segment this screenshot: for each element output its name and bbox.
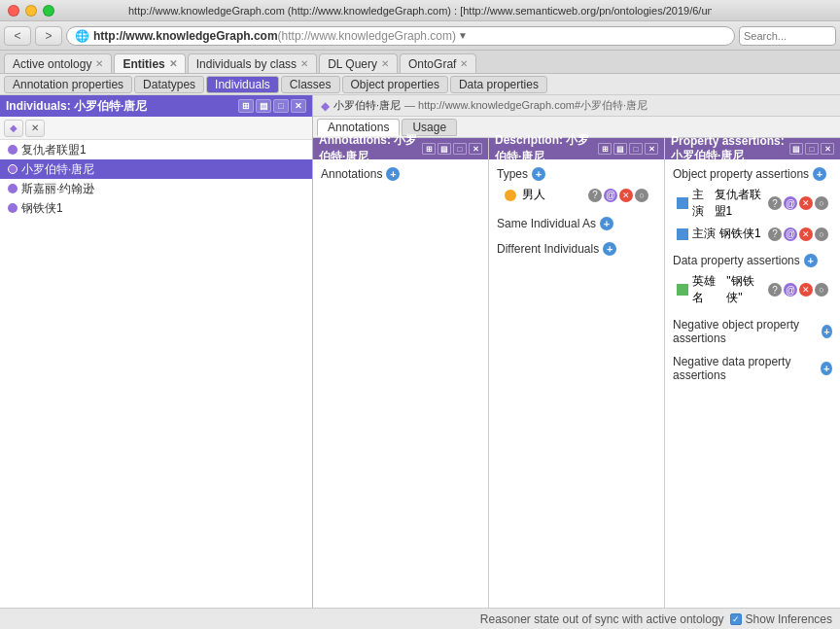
right-header: ◆ 小罗伯特·唐尼 — http://www.knowledgeGraph.co… <box>313 95 840 117</box>
back-button[interactable]: < <box>4 26 31 46</box>
add-negative-object-button[interactable]: + <box>822 325 832 338</box>
tab-ontograf[interactable]: OntoGraf ✕ <box>400 53 476 73</box>
individual-icon <box>8 164 18 174</box>
type-remove-button[interactable]: ✕ <box>619 189 633 202</box>
individuals-list: 复仇者联盟1 小罗伯特·唐尼 斯嘉丽·约翰逊 钢铁侠1 <box>0 140 312 608</box>
types-title: Types + <box>497 167 656 181</box>
list-item[interactable]: 斯嘉丽·约翰逊 <box>0 179 312 198</box>
tab-close-icon[interactable]: ✕ <box>381 58 389 69</box>
desc-icon-3[interactable]: □ <box>629 143 643 155</box>
tab-close-icon[interactable]: ✕ <box>169 58 177 69</box>
remove-individual-button[interactable]: ✕ <box>25 120 45 137</box>
subtab-object-properties[interactable]: Object properties <box>342 76 448 93</box>
description-body: Types + 男人 ? @ ✕ ○ <box>489 159 664 608</box>
ann-icon-1[interactable]: ⊞ <box>422 143 436 155</box>
right-panel: ◆ 小罗伯特·唐尼 — http://www.knowledgeGraph.co… <box>313 95 840 608</box>
individuals-title: Individuals: 小罗伯特·唐尼 <box>6 98 147 115</box>
add-different-individual-button[interactable]: + <box>603 242 616 256</box>
obj-prop-info-button[interactable]: ? <box>768 227 782 241</box>
close-button[interactable] <box>8 5 19 17</box>
annotations-header: Annotations: 小罗伯特·唐尼 ⊞ ▤ □ ✕ <box>313 138 488 159</box>
globe-icon: 🌐 <box>75 29 89 43</box>
subtabs-row: Annotation properties Datatypes Individu… <box>0 74 840 95</box>
annotations-panel: Annotations: 小罗伯特·唐尼 ⊞ ▤ □ ✕ Annotations… <box>313 138 489 608</box>
individual-icon <box>8 203 18 213</box>
main-content: Individuals: 小罗伯特·唐尼 ⊞ ▤ □ ✕ ◆ ✕ 复仇者联盟1 … <box>0 95 840 608</box>
add-individual-button[interactable]: ◆ <box>4 120 23 137</box>
subtab-annotation-properties[interactable]: Annotation properties <box>4 76 132 93</box>
desc-icon-4[interactable]: ✕ <box>645 143 658 155</box>
obj-prop-at-button[interactable]: @ <box>784 227 797 241</box>
data-prop-info-button[interactable]: ? <box>768 283 782 297</box>
show-inferences[interactable]: ✓ Show Inferences <box>730 612 832 626</box>
prop-icon-2[interactable]: □ <box>805 143 819 155</box>
add-negative-data-button[interactable]: + <box>821 362 832 375</box>
address-dropdown-icon[interactable]: ▼ <box>458 30 468 41</box>
address-url-bold: http://www.knowledgeGraph.com <box>93 29 278 43</box>
individual-icon <box>8 184 18 193</box>
tabs-row: Active ontology ✕ Entities ✕ Individuals… <box>0 51 840 74</box>
type-at-button[interactable]: @ <box>604 189 617 202</box>
tab-close-icon[interactable]: ✕ <box>460 58 468 69</box>
subtab-classes[interactable]: Classes <box>281 76 340 93</box>
obj-prop-more-button[interactable]: ○ <box>815 196 828 210</box>
desc-icon-2[interactable]: ▤ <box>613 143 627 155</box>
ann-icon-3[interactable]: □ <box>453 143 467 155</box>
prop-icon-1[interactable]: ▤ <box>789 143 803 155</box>
data-prop-remove-button[interactable]: ✕ <box>799 283 813 297</box>
header-icon-3[interactable]: □ <box>273 99 289 113</box>
type-more-button[interactable]: ○ <box>635 189 648 202</box>
add-data-property-button[interactable]: + <box>804 254 818 267</box>
add-object-property-button[interactable]: + <box>813 167 826 181</box>
list-item[interactable]: 复仇者联盟1 <box>0 140 312 159</box>
add-type-button[interactable]: + <box>532 167 545 181</box>
obj-prop-value: 复仇者联盟1 <box>715 187 764 220</box>
property-assertions-header: Property assertions: 小罗伯特·唐尼 ▤ □ ✕ <box>665 138 840 159</box>
data-prop-value: "钢铁侠" <box>726 273 764 306</box>
address-bar[interactable]: 🌐 http://www.knowledgeGraph.com (http://… <box>66 26 735 46</box>
statusbar: Reasoner state out of sync with active o… <box>0 608 840 629</box>
prop-icon-3[interactable]: ✕ <box>821 143 834 155</box>
desc-icon-1[interactable]: ⊞ <box>598 143 612 155</box>
tab-individuals-by-class[interactable]: Individuals by class ✕ <box>188 53 317 73</box>
search-input[interactable] <box>739 26 836 46</box>
obj-prop-info-button[interactable]: ? <box>768 196 782 210</box>
tab-active-ontology[interactable]: Active ontology ✕ <box>4 53 112 73</box>
tab-close-icon[interactable]: ✕ <box>300 58 308 69</box>
add-same-individual-button[interactable]: + <box>600 217 613 230</box>
add-annotation-button[interactable]: + <box>386 167 400 181</box>
show-inferences-checkbox[interactable]: ✓ <box>730 613 742 625</box>
ann-icon-4[interactable]: ✕ <box>469 143 482 155</box>
tab-entities[interactable]: Entities ✕ <box>114 53 185 73</box>
header-icon-1[interactable]: ⊞ <box>238 99 254 113</box>
minimize-button[interactable] <box>25 5 37 17</box>
obj-prop-remove-button[interactable]: ✕ <box>799 227 813 241</box>
description-panel: Description: 小罗伯特·唐尼 ⊞ ▤ □ ✕ Types + <box>489 138 665 608</box>
entity-name: 小罗伯特·唐尼 <box>333 98 401 113</box>
obj-prop-more-button[interactable]: ○ <box>815 227 828 241</box>
obj-prop-at-button[interactable]: @ <box>784 196 797 210</box>
subtab-datatypes[interactable]: Datatypes <box>134 76 204 93</box>
forward-button[interactable]: > <box>35 26 62 46</box>
negative-object-section: Negative object property assertions + <box>673 318 832 345</box>
subtab-individuals[interactable]: Individuals <box>206 76 279 93</box>
maximize-button[interactable] <box>43 5 54 17</box>
tab-close-icon[interactable]: ✕ <box>95 58 103 69</box>
data-prop-at-button[interactable]: @ <box>784 283 797 297</box>
list-item[interactable]: 钢铁侠1 <box>0 198 312 218</box>
object-property-title: Object property assertions + <box>673 167 832 181</box>
type-info-button[interactable]: ? <box>588 189 602 202</box>
list-item[interactable]: 小罗伯特·唐尼 <box>0 159 312 179</box>
panel-header-icons: ⊞ ▤ □ ✕ <box>238 99 306 113</box>
address-url-light: (http://www.knowledgeGraph.com) <box>278 29 456 43</box>
obj-prop-remove-button[interactable]: ✕ <box>799 196 813 210</box>
tab-dl-query[interactable]: DL Query ✕ <box>319 53 398 73</box>
ann-icon-2[interactable]: ▤ <box>438 143 451 155</box>
data-prop-more-button[interactable]: ○ <box>815 283 828 297</box>
obj-prop-color-bar <box>677 228 688 240</box>
header-icon-4[interactable]: ✕ <box>291 99 306 113</box>
obj-prop-action-buttons: ? @ ✕ ○ <box>768 196 828 210</box>
header-icon-2[interactable]: ▤ <box>256 99 271 113</box>
window-buttons <box>8 5 54 17</box>
subtab-data-properties[interactable]: Data properties <box>450 76 547 93</box>
